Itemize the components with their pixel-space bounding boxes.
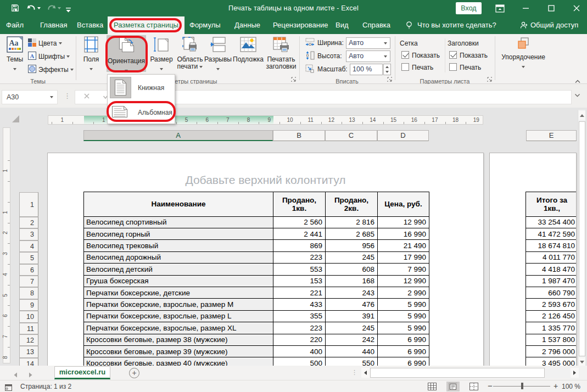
row-header-12[interactable]: 12: [19, 334, 38, 346]
macro-record-icon[interactable]: [5, 383, 12, 392]
cell-value[interactable]: 476: [326, 299, 378, 310]
cell-value[interactable]: 6 990: [378, 357, 429, 366]
cell-total[interactable]: 41 472 590: [526, 228, 577, 239]
cell-value[interactable]: 168: [326, 275, 378, 287]
cell-name[interactable]: Перчатки боксерские, детские: [84, 287, 273, 298]
close-button[interactable]: [567, 0, 586, 16]
scroll-up-button[interactable]: [579, 111, 585, 120]
vertical-scrollbar-thumb[interactable]: [579, 121, 585, 356]
themes-button[interactable]: Aa Темы: [2, 35, 27, 72]
cell-value[interactable]: 12 990: [378, 275, 429, 287]
cell-value[interactable]: 21 490: [378, 240, 429, 251]
cell-name[interactable]: Велосипед трековый: [84, 240, 273, 251]
cell-value[interactable]: 2 990: [378, 287, 429, 298]
row-header-11[interactable]: 11: [19, 323, 38, 334]
name-box[interactable]: A30: [2, 90, 58, 104]
headings-show-checkbox[interactable]: [449, 51, 457, 59]
horizontal-scrollbar[interactable]: [360, 367, 580, 378]
cell-value[interactable]: 956: [326, 240, 378, 251]
cell-name[interactable]: Перчатки боксерские, взрослые, размер M: [84, 299, 273, 310]
zoom-slider-thumb[interactable]: [521, 383, 523, 389]
print-area-button[interactable]: Областьпечати: [176, 35, 204, 70]
expand-formula-bar-icon[interactable]: [574, 92, 580, 99]
cell-value[interactable]: 17 990: [378, 251, 429, 263]
background-button[interactable]: Подложка: [232, 35, 264, 63]
scale-spinner[interactable]: [383, 64, 391, 75]
arrange-button[interactable]: Упорядочение: [500, 35, 547, 70]
scroll-left-button[interactable]: [361, 368, 370, 378]
scale-spin-down-icon[interactable]: [385, 71, 389, 73]
cell-value[interactable]: 5 990: [378, 322, 429, 334]
print-titles-button[interactable]: Печататьзаголовки: [265, 35, 298, 70]
cell-total[interactable]: 660 790: [526, 287, 577, 298]
cell-value[interactable]: 223: [273, 322, 326, 334]
cell-value[interactable]: 7 990: [378, 264, 429, 275]
cell-value[interactable]: 2 816: [326, 216, 378, 228]
tab-insert[interactable]: Вставка: [77, 16, 103, 34]
table-header-cell[interactable]: Продано,1кв.: [273, 192, 326, 217]
cell-value[interactable]: 245: [326, 251, 378, 263]
cell-value[interactable]: 5 990: [378, 310, 429, 322]
cell-name[interactable]: Груша боксерская: [84, 275, 273, 287]
gridlines-print-checkbox[interactable]: [401, 63, 409, 71]
cell-total[interactable]: 1 335 770: [526, 322, 577, 334]
select-all-button[interactable]: [12, 115, 19, 122]
page-layout-view-button[interactable]: [446, 382, 460, 391]
column-header-E[interactable]: E: [526, 130, 577, 141]
tab-formulas[interactable]: Формулы: [189, 16, 221, 34]
row-header-14[interactable]: 14: [19, 358, 38, 366]
scale-spin-up-icon[interactable]: [385, 66, 389, 68]
row-header-7[interactable]: 7: [19, 276, 38, 287]
scroll-right-button[interactable]: [571, 368, 579, 378]
cancel-icon[interactable]: [83, 92, 90, 101]
margins-button[interactable]: Поля: [79, 35, 103, 72]
vertical-scrollbar[interactable]: [578, 110, 585, 366]
cell-value[interactable]: 242: [326, 334, 378, 345]
scale-to-fit-dialog-launcher[interactable]: [387, 77, 393, 82]
theme-fonts-button[interactable]: A Шрифты: [28, 51, 70, 63]
row-header-9[interactable]: 9: [19, 299, 38, 311]
cell-value[interactable]: 553: [273, 264, 326, 275]
column-header-A[interactable]: A: [83, 130, 273, 141]
cell-value[interactable]: 153: [273, 275, 326, 287]
cell-total[interactable]: 4 011 770: [526, 251, 577, 263]
cell-total[interactable]: 2 593 670: [526, 299, 577, 310]
tab-review[interactable]: Рецензирование: [273, 16, 328, 34]
zoom-in-button[interactable]: +: [554, 382, 558, 390]
fit-width-combobox[interactable]: Авто: [346, 37, 390, 49]
table-header-cell[interactable]: Итого за1кв.,: [526, 192, 577, 217]
cell-value[interactable]: 12 990: [378, 216, 429, 228]
theme-effects-button[interactable]: Эффекты: [28, 64, 74, 76]
cell-total[interactable]: 18 674 810: [526, 240, 577, 251]
cell-name[interactable]: Кроссовки беговые, размер 38 (мужские): [84, 334, 273, 345]
row-header-1[interactable]: 1: [19, 192, 38, 217]
cell-value[interactable]: 2 560: [273, 216, 326, 228]
cell-name[interactable]: Велосипед дорожный: [84, 251, 273, 263]
share-button[interactable]: Общий доступ: [530, 16, 578, 34]
tab-data[interactable]: Данные: [234, 16, 260, 34]
tab-home[interactable]: Главная: [40, 16, 67, 34]
theme-colors-button[interactable]: Цвета: [28, 37, 62, 49]
table-header-cell[interactable]: Наименование: [84, 192, 273, 217]
zoom-out-button[interactable]: −: [488, 381, 493, 390]
cell-name[interactable]: Перчатки боксерские, взрослые, размер XL: [84, 322, 273, 334]
cell-value[interactable]: 243: [326, 287, 378, 298]
size-button[interactable]: Размер: [148, 35, 175, 72]
cell-value[interactable]: 550: [326, 357, 378, 366]
cell-name[interactable]: Велосипед спортивный: [84, 216, 273, 228]
maximize-button[interactable]: [542, 0, 561, 16]
cell-total[interactable]: 2 796 000: [526, 345, 577, 357]
scroll-down-button[interactable]: [579, 357, 585, 366]
cell-value[interactable]: 6 990: [378, 345, 429, 357]
cell-name[interactable]: Велосипед горный: [84, 228, 273, 239]
row-header-2[interactable]: 2: [19, 217, 38, 228]
row-header-4[interactable]: 4: [19, 240, 38, 252]
cell-value[interactable]: 355: [273, 310, 326, 322]
cell-total[interactable]: 2 126 450: [526, 310, 577, 322]
new-sheet-button[interactable]: +: [129, 368, 139, 378]
row-header-3[interactable]: 3: [19, 228, 38, 240]
cell-total[interactable]: 1 987 470: [526, 275, 577, 287]
row-header-10[interactable]: 10: [19, 311, 38, 322]
cell-value[interactable]: 500: [273, 357, 326, 366]
cell-value[interactable]: 5 990: [378, 299, 429, 310]
